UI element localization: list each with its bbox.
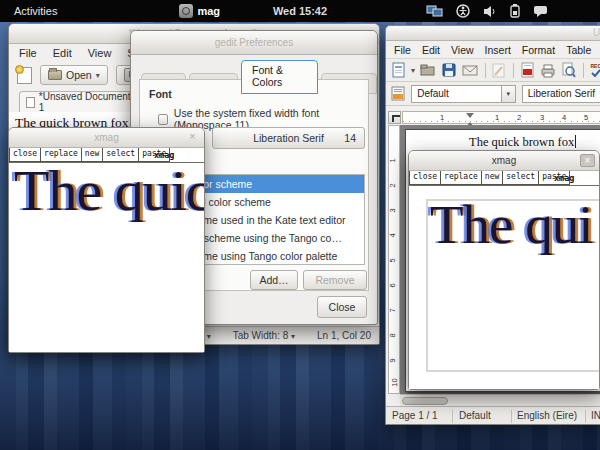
status-separator [585,410,586,423]
new-dropdown-icon[interactable]: ▾ [411,66,415,75]
xmag-close-button[interactable]: close [409,171,441,185]
gedit-document-tab[interactable]: *Unsaved Document 1 [19,91,144,112]
scrollbar-thumb[interactable] [402,397,448,405]
ruler-number: 1 [495,113,499,122]
writer-statusbar: Page 1 / 1 Default English (Eire) INSRT [386,406,600,424]
xmag-new-button[interactable]: new [81,148,103,162]
xmag-label: xmag [154,150,174,160]
tab-font-colors[interactable]: Font & Colors [241,60,318,94]
text-cursor [575,135,576,148]
magnifier-frame: The qui [426,199,599,372]
tab-stop-selector[interactable] [388,111,401,124]
xmag-right-view[interactable]: The qui [409,186,599,389]
chevron-down-icon[interactable]: ▾ [501,86,515,102]
ruler-number: 4 [562,113,566,122]
writer-menu-table[interactable]: Table [566,44,591,56]
horizontal-ruler[interactable]: 1 1 2 3 4 5 [402,111,600,124]
writer-menu-edit[interactable]: Edit [422,44,440,56]
status-separator [452,410,453,423]
magnified-text: The quic [14,163,204,224]
desktop: *Unsaved Document 1 - gedit File Edit Vi… [0,0,600,450]
document-language[interactable]: English (Eire) [517,410,577,421]
xmag-left-titlebar[interactable]: xmag × [9,128,204,148]
system-status-area [426,4,548,18]
battery-icon[interactable] [510,4,520,18]
page-style[interactable]: Default [459,410,491,421]
cursor-position: Ln 1, Col 20 [317,330,371,341]
font-picker-button[interactable]: Liberation Serif 14 [212,127,365,149]
email-icon[interactable] [462,62,478,78]
print-icon[interactable] [540,62,556,78]
chat-icon[interactable] [533,5,548,18]
ruler-number: 1 [388,158,397,162]
close-icon[interactable]: × [580,154,595,167]
new-document-icon[interactable] [391,62,406,78]
add-scheme-button[interactable]: Add… [250,270,298,290]
activities-button[interactable]: Activities [0,5,71,17]
writer-ruler-row: 1 1 2 3 4 5 [386,111,600,125]
vertical-ruler[interactable]: 1 2 3 4 5 6 7 8 9 10 [388,125,400,394]
xmag-new-button[interactable]: new [481,171,503,185]
export-pdf-icon[interactable] [520,62,535,78]
volume-icon[interactable] [483,5,497,18]
network-icon[interactable] [426,4,443,18]
system-font-checkbox[interactable] [158,114,168,125]
gedit-menu-file[interactable]: File [19,47,37,59]
new-document-icon[interactable] [17,67,32,84]
insert-mode[interactable]: INSRT [591,410,600,421]
xmag-right-titlebar[interactable]: xmag × [409,151,599,171]
paragraph-style-combo[interactable]: Default ▾ [411,85,516,103]
ruler-number: 6 [388,283,397,287]
font-section-heading: Font [149,88,172,100]
open-dropdown-icon[interactable]: ▾ [96,71,100,80]
gedit-menu-edit[interactable]: Edit [53,47,72,59]
clock[interactable]: Wed 15:42 [273,5,327,17]
folder-icon [48,70,62,80]
style-combo-value: Default [412,88,501,99]
writer-title: U [593,26,600,40]
tab-width-selector[interactable]: Tab Width: 8 ▾ [233,330,295,341]
accessibility-icon[interactable] [456,4,470,18]
preferences-title: gedit Preferences [215,37,293,48]
ruler-number: 9 [388,358,397,362]
paragraph-style-icon[interactable] [391,86,405,102]
xmag-close-button[interactable]: close [9,148,41,162]
xmag-replace-button[interactable]: replace [40,148,82,162]
writer-menu-format[interactable]: Format [522,44,555,56]
writer-format-bar: Default ▾ Liberation Serif [386,82,600,106]
print-preview-icon[interactable] [561,62,576,78]
close-button[interactable]: Close [317,296,367,318]
edit-file-icon [492,62,506,78]
writer-menu-file[interactable]: File [394,44,411,56]
writer-menu-view[interactable]: View [451,44,474,56]
ruler-number: 5 [584,113,588,122]
xmag-left-title: xmag [94,132,118,143]
app-name-label: mag [197,5,220,17]
font-name: Liberation Serif [253,132,324,144]
ruler-number: 2 [388,183,397,187]
open-button[interactable]: Open ▾ [40,65,108,85]
font-name-combo[interactable]: Liberation Serif [522,85,600,103]
xmag-select-button[interactable]: select [102,148,139,162]
open-icon[interactable] [420,62,436,78]
xmag-select-button[interactable]: select [502,171,539,185]
writer-menu-insert[interactable]: Insert [485,44,511,56]
writer-titlebar[interactable]: U [386,26,600,41]
close-icon[interactable]: × [185,131,200,144]
ruler-number: 10 [390,378,399,386]
save-icon[interactable] [441,62,457,78]
gedit-menu-view[interactable]: View [88,47,112,59]
preferences-titlebar[interactable]: gedit Preferences [131,31,377,55]
ruler-number: 4 [388,233,397,237]
gedit-tab-label: *Unsaved Document 1 [39,91,137,113]
xmag-right-menu: close replace new select paste xmag [409,171,599,186]
horizontal-scrollbar[interactable] [400,394,600,406]
magnified-text: The qui [430,199,593,256]
record-changes-icon[interactable]: REC [590,62,600,78]
xmag-right-window: xmag × close replace new select paste xm… [408,150,600,390]
font-combo-value: Liberation Serif [523,88,600,99]
xmag-app-button[interactable]: mag [179,4,220,18]
xmag-left-view[interactable]: The quic [9,163,204,352]
ruler-number: 5 [388,258,397,262]
xmag-replace-button[interactable]: replace [440,171,482,185]
